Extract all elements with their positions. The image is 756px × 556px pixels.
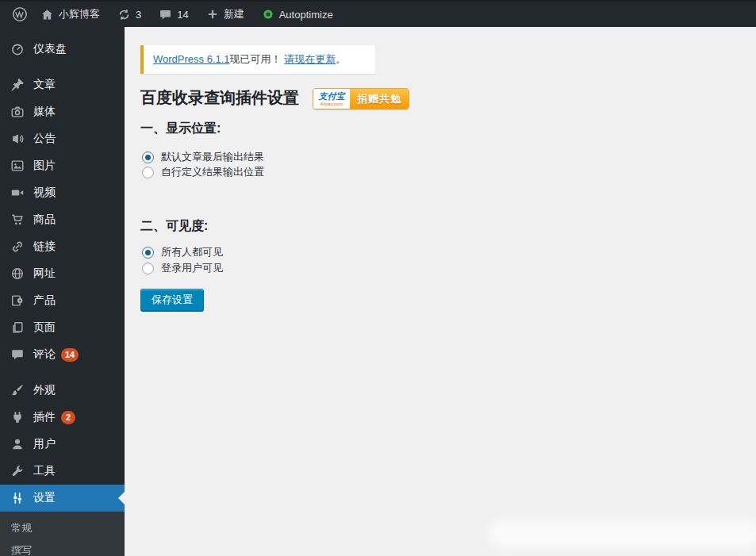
radio-option-default-output[interactable]: 默认文章最后输出结果: [142, 150, 264, 164]
settings-submenu: 常规 撰写: [0, 512, 125, 556]
wordpress-logo-button[interactable]: [6, 1, 34, 28]
comment-icon: [159, 8, 172, 21]
sidebar-item-comments[interactable]: 评论 14: [0, 341, 125, 368]
plugins-icon: [10, 409, 25, 425]
home-icon: [40, 8, 54, 21]
sidebar-item-plugins[interactable]: 插件 2: [0, 404, 125, 431]
radio-icon[interactable]: [142, 263, 154, 274]
users-icon: [10, 436, 25, 452]
link-icon: [10, 239, 25, 255]
pages-icon: [10, 320, 25, 336]
radio-icon[interactable]: [142, 247, 154, 259]
sidebar-item-announcements[interactable]: 公告: [0, 125, 125, 152]
site-name-link[interactable]: 小辉博客: [34, 1, 106, 28]
radio-label: 默认文章最后输出结果: [161, 150, 264, 164]
update-count: 3: [136, 9, 141, 21]
comments-icon: [10, 347, 25, 362]
save-settings-button[interactable]: 保存设置: [140, 289, 204, 311]
sidebar-item-pages[interactable]: 页面: [0, 314, 125, 341]
comment-count: 14: [177, 9, 188, 21]
sidebar: 仪表盘 文章 媒体 公告 图片 视频 商品 链接 网址 产品 页面 评: [0, 27, 125, 556]
settings-icon: [10, 490, 25, 506]
autoptimize-label: Autoptimize: [279, 9, 333, 21]
radio-option-everyone[interactable]: 所有人都可见: [142, 245, 223, 259]
notice-text: 现已可用！: [230, 53, 285, 65]
media-icon: [10, 104, 25, 120]
sidebar-item-tools[interactable]: 工具: [0, 458, 125, 485]
sidebar-item-appearance[interactable]: 外观: [0, 377, 125, 404]
announcement-icon: [10, 131, 25, 147]
section-heading-position: 一、显示位置:: [140, 121, 221, 137]
sidebar-item-posts[interactable]: 文章: [0, 71, 125, 98]
sidebar-item-settings[interactable]: 设置: [0, 485, 125, 512]
site-name-label: 小辉博客: [59, 7, 100, 21]
donate-button[interactable]: 支付宝 Alipay.com 捐赠共勉: [313, 88, 409, 109]
admin-bar: 小辉博客 3 14 新建 Autoptimize: [0, 0, 756, 27]
radio-icon[interactable]: [142, 151, 154, 163]
autoptimize-menu[interactable]: Autoptimize: [255, 1, 340, 28]
radio-icon[interactable]: [142, 167, 154, 178]
notice-text-end: 。: [336, 53, 346, 65]
globe-icon: [10, 266, 25, 282]
appearance-icon: [10, 382, 25, 398]
sidebar-item-goods[interactable]: 商品: [0, 206, 125, 233]
cart-icon: [10, 212, 25, 228]
main-content: WordPress 6.1.1现已可用！ 请现在更新。 百度收录查询插件设置 支…: [125, 27, 756, 556]
sidebar-item-images[interactable]: 图片: [0, 152, 125, 179]
new-content-button[interactable]: 新建: [200, 1, 251, 28]
sidebar-item-dashboard[interactable]: 仪表盘: [0, 36, 125, 63]
tools-icon: [10, 463, 25, 479]
radio-label: 登录用户可见: [161, 261, 223, 275]
sidebar-item-links[interactable]: 链接: [0, 233, 125, 260]
video-icon: [10, 185, 25, 201]
donate-label: 捐赠共勉: [350, 89, 409, 109]
page-title: 百度收录查询插件设置: [140, 87, 299, 109]
update-icon: [117, 8, 131, 21]
section-heading-visibility: 二、可见度:: [140, 218, 208, 235]
comments-link[interactable]: 14: [152, 1, 194, 28]
dashboard-icon: [10, 41, 25, 57]
watermark-smudge: [488, 519, 756, 549]
sidebar-subitem-writing[interactable]: 撰写: [0, 539, 125, 556]
update-now-link[interactable]: 请现在更新: [284, 53, 336, 65]
comments-count-badge: 14: [61, 348, 79, 362]
wordpress-version-link[interactable]: WordPress 6.1.1: [153, 53, 230, 65]
sidebar-item-users[interactable]: 用户: [0, 431, 125, 458]
product-icon: [10, 293, 25, 309]
radio-label: 自行定义结果输出位置: [161, 165, 264, 179]
image-icon: [10, 158, 25, 174]
sidebar-subitem-general[interactable]: 常规: [0, 517, 125, 539]
new-content-label: 新建: [224, 7, 244, 21]
sidebar-item-media[interactable]: 媒体: [0, 98, 125, 125]
wordpress-logo-icon: [12, 6, 28, 22]
radio-label: 所有人都可见: [161, 245, 223, 259]
plugins-count-badge: 2: [61, 411, 75, 424]
radio-option-logged-in[interactable]: 登录用户可见: [142, 261, 223, 275]
plus-icon: [206, 8, 219, 21]
updates-link[interactable]: 3: [111, 1, 148, 28]
update-notice: WordPress 6.1.1现已可用！ 请现在更新。: [140, 45, 375, 74]
alipay-logo: 支付宝 Alipay.com: [313, 89, 350, 109]
posts-icon: [10, 77, 25, 93]
sidebar-item-products[interactable]: 产品: [0, 287, 125, 314]
sidebar-item-videos[interactable]: 视频: [0, 179, 125, 206]
autoptimize-icon: [262, 8, 274, 21]
sidebar-item-sites[interactable]: 网址: [0, 260, 125, 287]
radio-option-custom-output[interactable]: 自行定义结果输出位置: [142, 165, 264, 179]
